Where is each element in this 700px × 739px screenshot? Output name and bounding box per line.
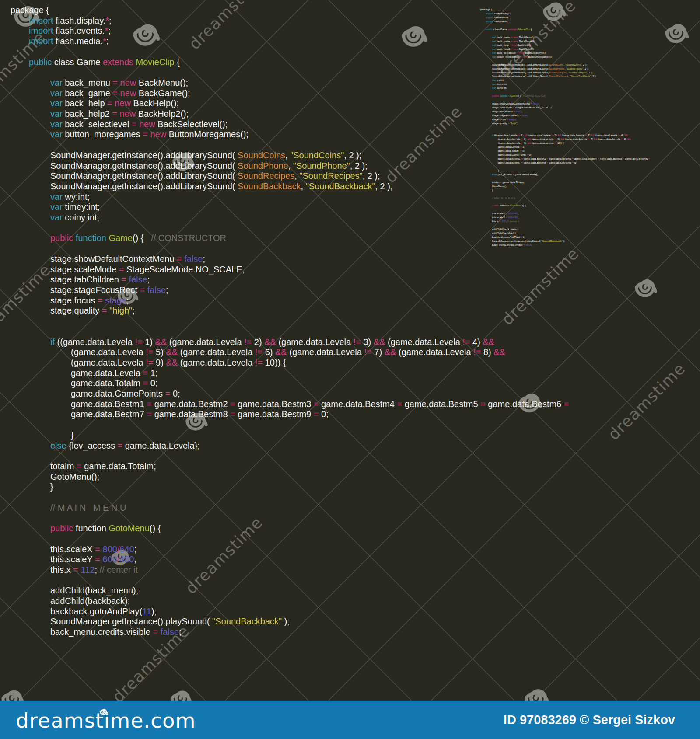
image-credit: ID 97083269 © Sergei Sizkov	[504, 713, 675, 727]
spiral-logo-icon	[99, 706, 108, 716]
watermark-spiral-icon	[663, 16, 692, 45]
watermark-spiral-icon	[633, 272, 660, 299]
code-minimap: package {import flash.display.*;import f…	[480, 8, 650, 247]
